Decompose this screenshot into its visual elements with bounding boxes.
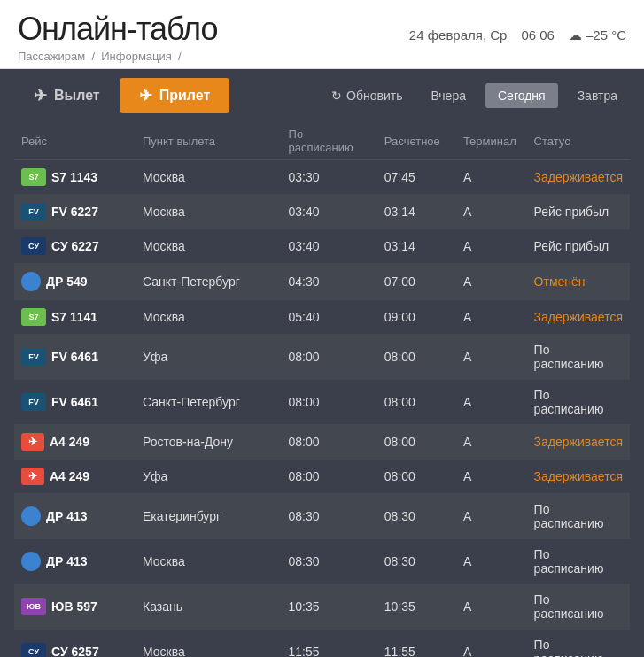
page-title: Онлайн-табло <box>18 11 217 48</box>
flight-number: ДР 549 <box>46 274 88 289</box>
scheduled-cell: 03:40 <box>282 195 377 229</box>
flights-table-container: Рейс Пункт вылета По расписанию Расчетно… <box>0 122 644 657</box>
table-row: СУ СУ 6227 Москва 03:40 03:14 A Рейс при… <box>14 229 630 264</box>
arrival-plane-icon: ✈ <box>139 86 152 105</box>
estimated-cell: 08:00 <box>377 335 456 380</box>
flight-number: СУ 6227 <box>51 239 99 253</box>
yesterday-button[interactable]: Вчера <box>418 83 478 108</box>
tabs-right-controls: ↻ Обновить Вчера Сегодня Завтра <box>322 83 630 108</box>
airline-icon: S7 <box>21 168 46 186</box>
terminal-cell: A <box>456 460 527 494</box>
airline-icon <box>21 506 41 526</box>
estimated-cell: 07:45 <box>377 160 456 195</box>
estimated-cell: 08:00 <box>377 380 456 425</box>
tab-arrival[interactable]: ✈ Прилет <box>120 78 230 113</box>
scheduled-cell: 08:30 <box>282 539 377 584</box>
origin-cell: Уфа <box>136 460 282 494</box>
table-row: FV FV 6461 Уфа 08:00 08:00 A По расписан… <box>14 335 630 380</box>
airline-icon: СУ <box>21 643 46 657</box>
origin-cell: Москва <box>136 160 282 195</box>
scheduled-cell: 08:00 <box>282 460 377 494</box>
flight-number: ЮВ 597 <box>51 599 97 614</box>
breadcrumb-passengers[interactable]: Пассажирам <box>18 50 85 63</box>
airline-icon: СУ <box>21 237 46 255</box>
status-cell: Рейс прибыл <box>527 229 630 264</box>
origin-cell: Казань <box>136 584 282 630</box>
flight-number: ДР 413 <box>46 554 88 568</box>
terminal-cell: A <box>456 380 527 425</box>
col-header-estimated: Расчетное <box>377 122 456 160</box>
origin-cell: Москва <box>136 539 282 584</box>
status-cell: По расписанию <box>527 584 630 630</box>
col-header-terminal: Терминал <box>456 122 527 160</box>
tomorrow-button[interactable]: Завтра <box>565 83 630 108</box>
flight-number: ДР 413 <box>46 509 88 523</box>
weather-display: ☁ –25 °C <box>569 27 626 43</box>
table-row: ЮВ ЮВ 597 Казань 10:35 10:35 A По распис… <box>14 584 630 630</box>
status-cell: По расписанию <box>527 630 630 658</box>
col-header-origin: Пункт вылета <box>136 122 282 160</box>
status-cell: По расписанию <box>527 335 630 380</box>
page-header: Онлайн-табло 24 февраля, Ср 06 06 ☁ –25 … <box>0 0 644 69</box>
refresh-icon: ↻ <box>331 89 342 103</box>
col-header-scheduled: По расписанию <box>282 122 377 160</box>
origin-cell: Москва <box>136 229 282 264</box>
flight-cell: СУ СУ 6227 <box>14 229 136 264</box>
origin-cell: Ростов-на-Дону <box>136 425 282 460</box>
flight-number: FV 6227 <box>51 205 98 219</box>
scheduled-cell: 05:40 <box>282 300 377 335</box>
breadcrumb: Пассажирам / Информация / <box>18 50 626 63</box>
refresh-button[interactable]: ↻ Обновить <box>322 83 411 108</box>
status-cell: По расписанию <box>527 539 630 584</box>
status-cell: Задерживается <box>527 425 630 460</box>
status-cell: Задерживается <box>527 160 630 195</box>
main-content: ✈ Вылет ✈ Прилет ↻ Обновить Вчера Сегодн… <box>0 69 644 657</box>
flight-cell: ДР 413 <box>14 494 136 539</box>
status-cell: Рейс прибыл <box>527 195 630 229</box>
table-row: ДР 413 Екатеринбург 08:30 08:30 A По рас… <box>14 494 630 539</box>
terminal-cell: A <box>456 300 527 335</box>
flight-cell: FV FV 6461 <box>14 380 136 425</box>
airline-icon: FV <box>21 203 46 220</box>
estimated-cell: 08:00 <box>377 460 456 494</box>
origin-cell: Москва <box>136 300 282 335</box>
breadcrumb-info[interactable]: Информация <box>101 50 172 63</box>
estimated-cell: 07:00 <box>377 264 456 300</box>
origin-cell: Екатеринбург <box>136 494 282 539</box>
tab-arrival-label: Прилет <box>159 88 211 104</box>
table-row: ✈ A4 249 Ростов-на-Дону 08:00 08:00 A За… <box>14 425 630 460</box>
scheduled-cell: 11:55 <box>282 630 377 658</box>
flight-cell: ЮВ ЮВ 597 <box>14 584 136 630</box>
tab-departure[interactable]: ✈ Вылет <box>14 78 120 113</box>
estimated-cell: 08:30 <box>377 494 456 539</box>
status-cell: По расписанию <box>527 380 630 425</box>
table-row: FV FV 6461 Санкт-Петербург 08:00 08:00 A… <box>14 380 630 425</box>
table-header-row: Рейс Пункт вылета По расписанию Расчетно… <box>14 122 630 160</box>
flight-number: A4 249 <box>50 469 89 483</box>
table-row: СУ СУ 6257 Москва 11:55 11:55 A По распи… <box>14 630 630 658</box>
tabs-bar: ✈ Вылет ✈ Прилет ↻ Обновить Вчера Сегодн… <box>0 69 644 122</box>
today-button[interactable]: Сегодня <box>485 83 558 108</box>
terminal-cell: A <box>456 195 527 229</box>
estimated-cell: 03:14 <box>377 195 456 229</box>
flight-cell: S7 S7 1141 <box>14 300 136 335</box>
table-row: S7 S7 1141 Москва 05:40 09:00 A Задержив… <box>14 300 630 335</box>
estimated-cell: 08:30 <box>377 539 456 584</box>
terminal-cell: A <box>456 229 527 264</box>
airline-icon <box>21 552 41 571</box>
flight-cell: ДР 413 <box>14 539 136 584</box>
flight-cell: СУ СУ 6257 <box>14 630 136 658</box>
flight-cell: FV FV 6227 <box>14 195 136 229</box>
airline-icon: FV <box>21 348 46 366</box>
flight-number: S7 1143 <box>51 170 97 184</box>
terminal-cell: A <box>456 264 527 300</box>
status-cell: По расписанию <box>527 494 630 539</box>
table-row: ДР 549 Санкт-Петербург 04:30 07:00 A Отм… <box>14 264 630 300</box>
table-row: S7 S7 1143 Москва 03:30 07:45 A Задержив… <box>14 160 630 195</box>
status-cell: Задерживается <box>527 460 630 494</box>
refresh-label: Обновить <box>346 89 402 103</box>
table-row: ✈ A4 249 Уфа 08:00 08:00 A Задерживается <box>14 460 630 494</box>
origin-cell: Москва <box>136 630 282 658</box>
estimated-cell: 10:35 <box>377 584 456 630</box>
flight-number: FV 6461 <box>51 395 98 409</box>
